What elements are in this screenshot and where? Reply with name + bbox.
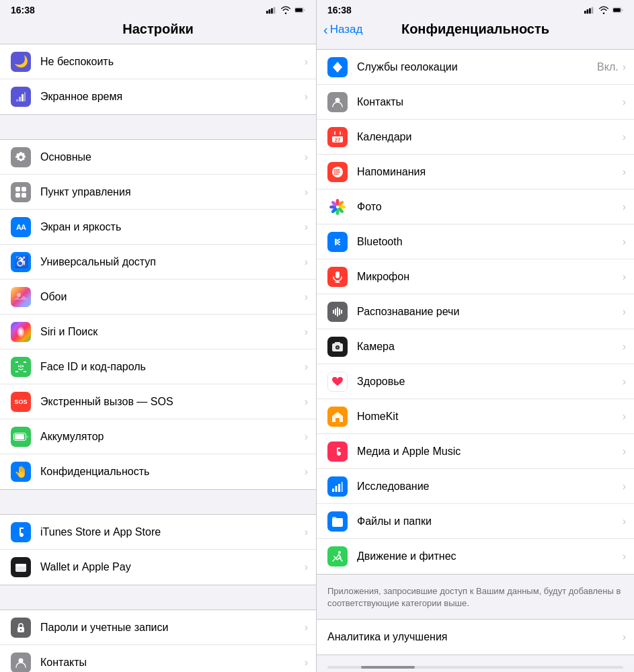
right-wifi-icon: [598, 6, 609, 14]
right-scroll-thumb: [361, 666, 415, 669]
svg-rect-36: [589, 8, 591, 13]
wallet-icon: [11, 557, 31, 577]
right-nav-title: Конфиденциальность: [401, 22, 549, 37]
bottom-gap: [317, 614, 634, 619]
row-siri[interactable]: Siri и Поиск ›: [0, 314, 316, 349]
homekit-icon: [327, 407, 348, 427]
right-settings-list[interactable]: Службы геолокации Вкл. › Контакты ›: [317, 44, 634, 672]
health-label: Здоровье: [357, 376, 623, 388]
row-camera[interactable]: Камера ›: [317, 329, 634, 364]
svg-rect-19: [24, 362, 26, 363]
row-privacy[interactable]: 🤚 Конфиденциальность ›: [0, 454, 316, 489]
svg-point-52: [334, 171, 335, 173]
calendars-label: Календари: [357, 131, 623, 143]
row-control-center[interactable]: Пункт управления ›: [0, 175, 316, 210]
gap-1: [0, 120, 316, 139]
row-files[interactable]: Файлы и папки ›: [317, 504, 634, 539]
photos-label: Фото: [357, 201, 623, 213]
row-calendars[interactable]: 27 Календари ›: [317, 120, 634, 155]
row-speech[interactable]: Распознавание речи ›: [317, 294, 634, 329]
svg-rect-66: [333, 310, 334, 314]
svg-rect-18: [15, 362, 18, 363]
siri-icon: [11, 322, 31, 342]
row-homekit[interactable]: HomeKit ›: [317, 399, 634, 434]
svg-rect-43: [332, 135, 343, 136]
svg-rect-0: [266, 11, 268, 13]
left-group-2: Основные › Пункт управления › AA: [0, 139, 316, 490]
row-photos[interactable]: Фото ›: [317, 190, 634, 224]
contacts-left-icon: [11, 653, 31, 672]
media-icon: [327, 442, 348, 462]
accessibility-label: Универсальный доступ: [40, 256, 305, 268]
back-button[interactable]: ‹ Назад: [323, 23, 362, 36]
left-panel: 16:38 Настройки: [0, 0, 317, 672]
wallpaper-label: Обои: [40, 291, 305, 303]
row-battery[interactable]: Аккумулятор ›: [0, 419, 316, 454]
row-bluetooth[interactable]: Bluetooth ›: [317, 224, 634, 259]
row-passwords[interactable]: Пароли и учетные записи ›: [0, 610, 316, 645]
row-general[interactable]: Основные ›: [0, 140, 316, 175]
row-research[interactable]: Исследование ›: [317, 469, 634, 504]
row-microphone[interactable]: Микрофон ›: [317, 259, 634, 294]
svg-rect-76: [335, 486, 338, 492]
svg-rect-10: [24, 92, 26, 101]
row-right-contacts[interactable]: Контакты ›: [317, 85, 634, 120]
svg-rect-70: [341, 310, 342, 314]
right-battery-icon: [612, 6, 623, 14]
right-status-icons: [584, 6, 623, 14]
photos-icon: [327, 197, 348, 217]
sos-icon: SOS: [11, 392, 31, 412]
footer-note: Приложения, запросившие доступ к Вашим д…: [317, 580, 634, 614]
camera-label: Камера: [357, 341, 623, 353]
gap-2: [0, 495, 316, 514]
reminders-icon: [327, 162, 348, 182]
svg-rect-20: [15, 371, 18, 372]
svg-rect-35: [587, 9, 589, 13]
research-icon: [327, 476, 348, 497]
sos-label: Экстренный вызов — SOS: [40, 396, 305, 408]
row-reminders[interactable]: Напоминания ›: [317, 155, 634, 190]
left-settings-list[interactable]: 🌙 Не беспокоить › Экранное время ›: [0, 44, 316, 672]
row-fitness[interactable]: Движение и фитнес ›: [317, 539, 634, 574]
right-bottom-space: [317, 661, 634, 666]
row-health[interactable]: Здоровье ›: [317, 364, 634, 399]
row-sos[interactable]: SOS Экстренный вызов — SOS ›: [0, 384, 316, 419]
control-center-icon: [11, 182, 31, 202]
screen-time-icon: [11, 87, 31, 107]
right-signal-icon: [584, 6, 595, 14]
svg-rect-8: [19, 97, 21, 101]
svg-rect-26: [15, 434, 24, 439]
svg-rect-73: [335, 418, 340, 422]
left-group-1: 🌙 Не беспокоить › Экранное время ›: [0, 44, 316, 115]
passwords-label: Пароли и учетные записи: [40, 622, 305, 634]
bluetooth-icon: [327, 232, 348, 252]
svg-rect-12: [22, 187, 26, 192]
row-faceid[interactable]: Face ID и код-пароль ›: [0, 349, 316, 384]
row-location[interactable]: Службы геолокации Вкл. ›: [317, 50, 634, 85]
fitness-icon: [327, 546, 348, 566]
row-wallet[interactable]: Wallet и Apple Pay ›: [0, 550, 316, 585]
general-icon: [11, 147, 31, 167]
faceid-label: Face ID и код-пароль: [40, 361, 305, 373]
fitness-label: Движение и фитнес: [357, 550, 623, 562]
battery-icon: [294, 6, 305, 14]
gap-3: [0, 591, 316, 610]
contacts-left-label: Контакты: [40, 657, 305, 669]
signal-icon: [266, 6, 277, 14]
row-wallpaper[interactable]: Обои ›: [0, 280, 316, 314]
row-do-not-disturb[interactable]: 🌙 Не беспокоить ›: [0, 44, 316, 79]
row-analytics[interactable]: Аналитика и улучшения ›: [317, 620, 634, 655]
svg-rect-13: [15, 193, 20, 198]
row-screen-time[interactable]: Экранное время ›: [0, 79, 316, 114]
svg-rect-5: [295, 8, 303, 12]
row-accessibility[interactable]: ♿ Универсальный доступ ›: [0, 245, 316, 280]
row-itunes[interactable]: iTunes Store и App Store ›: [0, 515, 316, 550]
left-group-3: iTunes Store и App Store › Wallet и Appl…: [0, 514, 316, 585]
itunes-label: iTunes Store и App Store: [40, 526, 305, 538]
left-time: 16:38: [11, 5, 35, 15]
svg-rect-77: [338, 484, 340, 492]
row-display[interactable]: AA Экран и яркость ›: [0, 210, 316, 245]
row-media[interactable]: Медиа и Apple Music ›: [317, 434, 634, 469]
row-contacts[interactable]: Контакты ›: [0, 645, 316, 672]
contacts-right-label: Контакты: [357, 96, 623, 108]
